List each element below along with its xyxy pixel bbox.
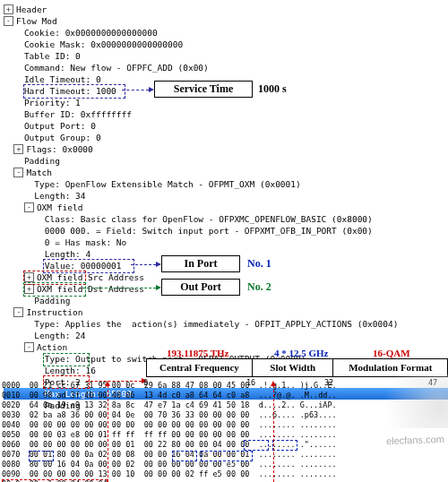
tree-oxm-field[interactable]: -OXM field — [4, 202, 448, 213]
hex-outline-0000 — [272, 440, 297, 451]
hex-dump[interactable]: 0000 00 21 cc 67 31 95 00 0c 29 6a 88 47… — [2, 381, 337, 482]
tree-cookie: Cookie: 0x0000000000000000 — [4, 27, 448, 39]
tree-output-group: Output Group: 0 — [4, 132, 448, 143]
collapse-icon[interactable]: - — [13, 168, 23, 177]
arrow-inport — [131, 264, 156, 265]
collapse-icon[interactable]: - — [24, 342, 34, 352]
tree-output-port: Output Port: 0 — [4, 120, 448, 132]
hex-outline-0004 — [244, 440, 269, 451]
arrow-head-icon — [271, 381, 276, 386]
expand-icon[interactable]: + — [4, 4, 13, 14]
expand-icon[interactable]: + — [13, 144, 23, 154]
tree-flowmod[interactable]: -Flow Mod — [4, 15, 448, 27]
arrow-service-time — [122, 90, 149, 90]
collapse-icon[interactable]: - — [13, 307, 23, 317]
label-in-port: In Port — [161, 255, 240, 272]
hex-row: 0050 00 00 03 e8 00 01 ff ff ff ff 00 00… — [2, 430, 337, 440]
hex-row: 0090 00 00 00 00 00 13 00 10 00 00 00 02… — [2, 469, 337, 479]
hex-row: 0000 00 21 cc 67 31 95 00 0c 29 6a 88 47… — [2, 381, 337, 391]
annotation-table: Central Frequency Slot Width Modulation … — [146, 358, 448, 377]
cell-slot-width: Slot Width — [252, 359, 333, 377]
arrow-hex-to-table — [108, 385, 108, 482]
hex-row: 0040 00 00 00 00 00 00 00 00 00 00 00 00… — [2, 420, 337, 430]
tree-oxm-field2: 0000 000. = Field: Switch input port - O… — [4, 225, 448, 237]
tree-header[interactable]: +Header — [4, 4, 448, 15]
tree-instruction[interactable]: -Instruction — [4, 306, 448, 318]
arrow-head-icon — [105, 381, 110, 386]
hex-outline-0001 — [29, 451, 54, 461]
arrow-hex-to-table-2 — [273, 385, 274, 482]
arrow-outport — [82, 288, 156, 288]
label-service-time: Service Time — [154, 81, 253, 98]
collapse-icon[interactable]: - — [24, 202, 34, 212]
value-service-time: 1000 s — [258, 83, 287, 95]
tree-instr-len: Length: 24 — [4, 330, 448, 341]
label-out-port: Out Port — [161, 279, 240, 296]
tree-instr-type: Type: Applies the action(s) immediately … — [4, 318, 448, 330]
tree-command: Command: New flow - OFPFC_ADD (0x00) — [4, 62, 448, 73]
tree-cookie-mask: Cookie Mask: 0x0000000000000000 — [4, 39, 448, 50]
hex-row: 0020 64 0a 19 e9 13 32 8a 8c 47 e7 1a c4… — [2, 400, 337, 410]
hex-outline-1604 — [172, 451, 197, 461]
tree-priority: Priority: 1 — [4, 97, 448, 108]
collapse-icon[interactable]: - — [4, 16, 13, 26]
tree-padding-2: Padding — [4, 295, 448, 306]
tree-oxm-mask: 0 = Has mask: No — [4, 237, 448, 248]
tree-oxm-class: Class: Basic class for OpenFlow - OFPXMC… — [4, 213, 448, 225]
ruler-47: 47 — [428, 377, 437, 389]
tree-padding-1: Padding — [4, 155, 448, 167]
tree-flags[interactable]: +Flags: 0x0000 — [4, 143, 448, 155]
tree-table-id: Table ID: 0 — [4, 50, 448, 62]
expand-icon[interactable]: + — [24, 272, 34, 282]
value-in-port: No. 1 — [247, 258, 271, 270]
hex-row: 0010 00 98 ad 3f 40 00 40 06 13 4d c0 a8… — [2, 391, 337, 400]
hex-outline-0a000001 — [201, 451, 253, 461]
value-out-port: No. 2 — [247, 281, 271, 293]
hex-row: 0030 02 ba a8 36 00 00 04 0e 00 70 36 33… — [2, 410, 337, 420]
tree-match-type: Type: OpenFlow Extensible Match - OFPMT_… — [4, 178, 448, 190]
watermark-text: elecfans.com — [386, 434, 444, 447]
tree-buffer-id: Buffer ID: 0xffffffff — [4, 108, 448, 120]
expand-icon[interactable]: + — [24, 284, 34, 294]
tree-match[interactable]: -Match — [4, 167, 448, 178]
cell-mod-format: Modulation Format — [333, 359, 448, 377]
tree-match-len: Length: 34 — [4, 190, 448, 202]
cell-central-freq: Central Frequency — [147, 359, 253, 377]
